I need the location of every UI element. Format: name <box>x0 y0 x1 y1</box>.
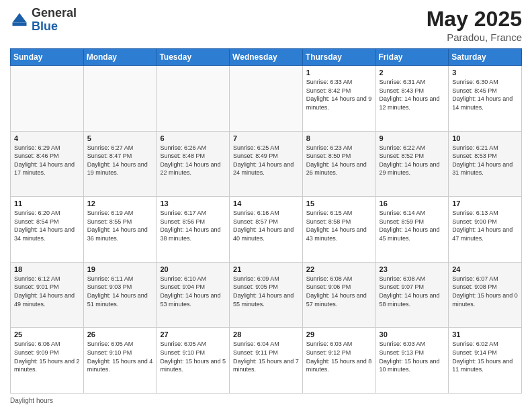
day-number: 3 <box>452 68 518 77</box>
day-info: Sunrise: 6:29 AM Sunset: 8:46 PM Dayligh… <box>14 144 80 177</box>
logo-blue-text: Blue <box>32 19 58 33</box>
day-cell-19: 16Sunrise: 6:14 AM Sunset: 8:59 PM Dayli… <box>375 197 449 263</box>
day-number: 21 <box>233 265 299 273</box>
day-number: 20 <box>160 265 226 273</box>
day-cell-10: 7Sunrise: 6:25 AM Sunset: 8:49 PM Daylig… <box>230 131 303 197</box>
day-number: 28 <box>233 330 299 338</box>
day-number: 24 <box>452 265 518 273</box>
day-number: 25 <box>14 330 80 338</box>
col-friday: Friday <box>375 49 449 66</box>
day-number: 18 <box>14 265 80 273</box>
day-cell-27: 24Sunrise: 6:07 AM Sunset: 9:08 PM Dayli… <box>449 262 522 328</box>
day-cell-12: 9Sunrise: 6:22 AM Sunset: 8:52 PM Daylig… <box>375 131 449 197</box>
day-cell-7: 4Sunrise: 6:29 AM Sunset: 8:46 PM Daylig… <box>11 131 84 197</box>
day-cell-8: 5Sunrise: 6:27 AM Sunset: 8:47 PM Daylig… <box>83 131 157 197</box>
week-row-1: 1Sunrise: 6:33 AM Sunset: 8:42 PM Daylig… <box>11 66 522 132</box>
day-number: 5 <box>87 134 153 142</box>
day-cell-13: 10Sunrise: 6:21 AM Sunset: 8:53 PM Dayli… <box>449 131 522 197</box>
day-number: 23 <box>380 265 445 273</box>
day-info: Sunrise: 6:31 AM Sunset: 8:43 PM Dayligh… <box>380 78 445 111</box>
day-cell-16: 13Sunrise: 6:17 AM Sunset: 8:56 PM Dayli… <box>157 197 230 263</box>
day-number: 12 <box>87 199 153 208</box>
day-number: 31 <box>452 330 518 338</box>
day-number: 14 <box>233 199 299 208</box>
day-cell-33: 30Sunrise: 6:03 AM Sunset: 9:13 PM Dayli… <box>375 328 449 394</box>
col-wednesday: Wednesday <box>230 49 303 66</box>
day-info: Sunrise: 6:03 AM Sunset: 9:12 PM Dayligh… <box>306 340 372 373</box>
day-cell-1 <box>83 66 157 132</box>
day-info: Sunrise: 6:14 AM Sunset: 8:59 PM Dayligh… <box>380 209 445 242</box>
day-number: 8 <box>306 134 372 142</box>
day-cell-22: 19Sunrise: 6:11 AM Sunset: 9:03 PM Dayli… <box>83 262 157 328</box>
day-info: Sunrise: 6:07 AM Sunset: 9:08 PM Dayligh… <box>452 275 518 308</box>
day-number: 29 <box>306 330 372 338</box>
footer-note: Daylight hours <box>10 397 522 404</box>
day-cell-29: 26Sunrise: 6:05 AM Sunset: 9:10 PM Dayli… <box>83 328 157 394</box>
day-info: Sunrise: 6:27 AM Sunset: 8:47 PM Dayligh… <box>87 144 153 177</box>
week-row-5: 25Sunrise: 6:06 AM Sunset: 9:09 PM Dayli… <box>11 328 522 394</box>
col-monday: Monday <box>83 49 157 66</box>
day-cell-11: 8Sunrise: 6:23 AM Sunset: 8:50 PM Daylig… <box>302 131 375 197</box>
day-number: 10 <box>452 134 518 142</box>
day-cell-21: 18Sunrise: 6:12 AM Sunset: 9:01 PM Dayli… <box>11 262 84 328</box>
day-cell-15: 12Sunrise: 6:19 AM Sunset: 8:55 PM Dayli… <box>83 197 157 263</box>
svg-marker-0 <box>13 13 27 22</box>
day-info: Sunrise: 6:03 AM Sunset: 9:13 PM Dayligh… <box>380 340 445 373</box>
day-cell-32: 29Sunrise: 6:03 AM Sunset: 9:12 PM Dayli… <box>302 328 375 394</box>
day-cell-14: 11Sunrise: 6:20 AM Sunset: 8:54 PM Dayli… <box>11 197 84 263</box>
day-info: Sunrise: 6:10 AM Sunset: 9:04 PM Dayligh… <box>160 275 226 308</box>
day-cell-28: 25Sunrise: 6:06 AM Sunset: 9:09 PM Dayli… <box>11 328 84 394</box>
day-info: Sunrise: 6:30 AM Sunset: 8:45 PM Dayligh… <box>452 78 518 111</box>
day-cell-31: 28Sunrise: 6:04 AM Sunset: 9:11 PM Dayli… <box>230 328 303 394</box>
col-tuesday: Tuesday <box>157 49 230 66</box>
day-number: 13 <box>160 199 226 208</box>
day-cell-9: 6Sunrise: 6:26 AM Sunset: 8:48 PM Daylig… <box>157 131 230 197</box>
day-info: Sunrise: 6:33 AM Sunset: 8:42 PM Dayligh… <box>306 78 372 111</box>
header: General Blue May 2025 Paradou, France <box>10 7 522 43</box>
day-info: Sunrise: 6:05 AM Sunset: 9:10 PM Dayligh… <box>160 340 226 373</box>
location: Paradou, France <box>427 32 522 43</box>
day-number: 19 <box>87 265 153 273</box>
page: General Blue May 2025 Paradou, France Su… <box>0 0 532 411</box>
day-cell-24: 21Sunrise: 6:09 AM Sunset: 9:05 PM Dayli… <box>230 262 303 328</box>
day-cell-4: 1Sunrise: 6:33 AM Sunset: 8:42 PM Daylig… <box>302 66 375 132</box>
day-number: 4 <box>14 134 80 142</box>
day-info: Sunrise: 6:13 AM Sunset: 9:00 PM Dayligh… <box>452 209 518 242</box>
day-number: 17 <box>452 199 518 208</box>
day-info: Sunrise: 6:21 AM Sunset: 8:53 PM Dayligh… <box>452 144 518 177</box>
day-cell-2 <box>157 66 230 132</box>
day-number: 1 <box>306 68 372 77</box>
day-number: 22 <box>306 265 372 273</box>
day-cell-3 <box>230 66 303 132</box>
day-cell-6: 3Sunrise: 6:30 AM Sunset: 8:45 PM Daylig… <box>449 66 522 132</box>
calendar-table: Sunday Monday Tuesday Wednesday Thursday… <box>10 48 522 394</box>
calendar-header-row: Sunday Monday Tuesday Wednesday Thursday… <box>11 49 522 66</box>
day-info: Sunrise: 6:12 AM Sunset: 9:01 PM Dayligh… <box>14 275 80 308</box>
day-number: 6 <box>160 134 226 142</box>
day-info: Sunrise: 6:09 AM Sunset: 9:05 PM Dayligh… <box>233 275 299 308</box>
col-saturday: Saturday <box>449 49 522 66</box>
day-cell-20: 17Sunrise: 6:13 AM Sunset: 9:00 PM Dayli… <box>449 197 522 263</box>
day-info: Sunrise: 6:22 AM Sunset: 8:52 PM Dayligh… <box>380 144 445 177</box>
col-sunday: Sunday <box>11 49 84 66</box>
day-info: Sunrise: 6:11 AM Sunset: 9:03 PM Dayligh… <box>87 275 153 308</box>
day-cell-17: 14Sunrise: 6:16 AM Sunset: 8:57 PM Dayli… <box>230 197 303 263</box>
logo-text: General Blue <box>32 7 77 34</box>
day-cell-26: 23Sunrise: 6:08 AM Sunset: 9:07 PM Dayli… <box>375 262 449 328</box>
day-cell-18: 15Sunrise: 6:15 AM Sunset: 8:58 PM Dayli… <box>302 197 375 263</box>
col-thursday: Thursday <box>302 49 375 66</box>
day-cell-23: 20Sunrise: 6:10 AM Sunset: 9:04 PM Dayli… <box>157 262 230 328</box>
day-info: Sunrise: 6:16 AM Sunset: 8:57 PM Dayligh… <box>233 209 299 242</box>
title-block: May 2025 Paradou, France <box>427 7 522 43</box>
day-number: 2 <box>380 68 445 77</box>
day-info: Sunrise: 6:08 AM Sunset: 9:06 PM Dayligh… <box>306 275 372 308</box>
day-cell-34: 31Sunrise: 6:02 AM Sunset: 9:14 PM Dayli… <box>449 328 522 394</box>
day-info: Sunrise: 6:23 AM Sunset: 8:50 PM Dayligh… <box>306 144 372 177</box>
day-info: Sunrise: 6:26 AM Sunset: 8:48 PM Dayligh… <box>160 144 226 177</box>
day-cell-30: 27Sunrise: 6:05 AM Sunset: 9:10 PM Dayli… <box>157 328 230 394</box>
day-info: Sunrise: 6:05 AM Sunset: 9:10 PM Dayligh… <box>87 340 153 373</box>
day-cell-5: 2Sunrise: 6:31 AM Sunset: 8:43 PM Daylig… <box>375 66 449 132</box>
logo: General Blue <box>10 7 77 34</box>
svg-rect-1 <box>13 22 27 26</box>
day-number: 11 <box>14 199 80 208</box>
